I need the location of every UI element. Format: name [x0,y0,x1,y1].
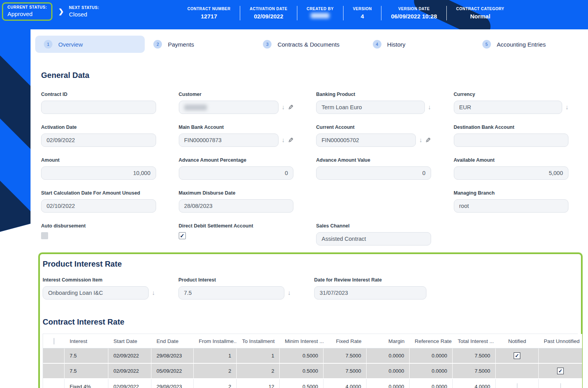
cell-reference-rate: 0.0000 [410,379,453,388]
currency-input[interactable]: EUR [454,101,563,114]
tab-overview[interactable]: 1 Overview [35,36,145,53]
cell-notified [496,348,539,364]
stat-contract-category: CONTRACT CATEGORY Normal [447,6,514,20]
advance-amount-value-input[interactable]: 0 [316,166,431,180]
table-row[interactable]: Fixed 4% 02/09/2022 29/08/2023 2 12 0.50… [43,379,582,388]
notified-checkbox[interactable] [517,383,518,388]
wizard-tabs: 1 Overview 2 Payments 3 Contracts & Docu… [31,29,588,53]
past-unnotified-checkbox[interactable] [557,368,564,374]
date-for-review-input[interactable]: 31/07/2023 [314,286,426,300]
column-header-to-installment: To Installment [237,334,280,348]
stat-label: VERSION DATE [391,7,437,11]
available-amount-input[interactable]: 5,000 [454,166,569,180]
advance-amount-percentage-input[interactable]: 0 [179,166,294,180]
field-start-calculation-date: Start Calculation Date For Amount Unused… [41,190,156,213]
field-direct-debit-settlement-account: Direct Debit Settlement Account [179,223,294,245]
tab-payments[interactable]: 2 Payments [145,36,254,53]
dropdown-arrow-icon[interactable]: ↓ [282,137,285,143]
current-status-label: CURRENT STATUS: [7,5,47,9]
dropdown-arrow-icon[interactable]: ↓ [565,104,568,110]
stat-value: 4 [353,13,372,20]
dropdown-arrow-icon[interactable]: ↓ [282,104,285,110]
past-unnotified-checkbox[interactable] [560,383,561,388]
row-select-cell[interactable] [43,364,65,379]
field-main-bank-account: Main Bank Account FIN000007873 ↓ ✎ [179,125,294,147]
customer-redacted-value [184,105,207,110]
edit-pencil-icon[interactable]: ✎ [288,104,293,111]
field-available-amount: Available Amount 5,000 [454,157,569,180]
cell-to-installment: 12 [237,379,280,388]
row-select-cell[interactable] [43,348,65,364]
direct-debit-settlement-checkbox[interactable] [179,232,186,239]
select-all-checkbox[interactable] [54,338,54,345]
cell-past-unnotified [539,364,582,379]
stat-label: VERSION [353,7,372,11]
main-bank-account-input[interactable]: FIN000007873 [179,134,279,147]
stat-label: CONTRACT CATEGORY [456,7,504,11]
customer-input[interactable] [179,101,279,114]
managing-branch-input[interactable]: root [454,199,569,213]
field-label: Currency [454,92,569,97]
field-advance-amount-value: Advance Amount Value 0 [316,157,431,180]
contract-header-stats: CONTRACT NUMBER 12717 ACTIVATION DATE 02… [178,2,514,20]
dropdown-arrow-icon[interactable]: ↓ [428,104,431,110]
field-label: Contract ID [41,92,156,97]
table-row[interactable]: 7.5 02/09/2022 29/08/2023 1 1 0.5000 7.5… [43,348,582,364]
notified-checkbox[interactable] [514,352,520,359]
table-row[interactable]: 7.5 02/09/2022 05/09/2022 2 2 0.5000 7.5… [43,364,582,379]
field-product-interest: Product Interest 7.5 ↓ [178,277,291,300]
field-label: Activation Date [41,125,156,130]
cell-start-date: 02/09/2022 [108,348,151,364]
field-managing-branch: Managing Branch root [454,190,569,213]
cell-reference-rate: 0.0000 [410,348,453,364]
cell-minim-interest: 0.5000 [280,364,324,379]
auto-disbursement-checkbox[interactable] [41,232,48,239]
sales-channel-input[interactable]: Assisted Contract [316,232,431,245]
stat-label: CONTRACT NUMBER [187,7,230,11]
tab-history[interactable]: 4 History [364,36,474,53]
tab-number-badge: 3 [263,40,272,49]
stat-activation-date: ACTIVATION DATE 02/09/2022 [240,6,297,20]
banking-product-input[interactable]: Term Loan Euro [316,101,425,114]
field-label: Managing Branch [454,190,569,196]
cell-interest: 7.5 [65,364,108,379]
column-header-margin: Margin [367,334,410,348]
current-account-input[interactable]: FIN000005702 [316,134,416,147]
row-select-cell[interactable] [43,379,65,388]
interest-commission-item-input[interactable]: Onboarding Loan I&C [43,286,149,300]
product-interest-rate-title: Product Interest Rate [43,260,578,269]
dropdown-arrow-icon[interactable]: ↓ [419,137,422,143]
cell-interest: Fixed 4% [65,379,108,388]
tab-contracts-documents[interactable]: 3 Contracts & Documents [254,36,364,53]
field-label: Product Interest [178,277,291,283]
field-label: Sales Channel [316,223,431,229]
field-contract-id: Contract ID [41,92,156,114]
next-status-box: NEXT STATUS: Closed [69,2,99,18]
tab-number-badge: 4 [373,40,381,49]
cell-fixed-rate: 7.5000 [324,364,367,379]
edit-pencil-icon[interactable]: ✎ [425,137,431,144]
cell-past-unnotified [539,379,582,388]
stat-contract-number: CONTRACT NUMBER 12717 [178,6,240,20]
cell-margin: 0.0000 [367,348,410,364]
column-header-reference-rate: Reference Rate [410,334,453,348]
cell-notified [496,364,539,379]
column-header-fixed-rate: Fixed Rate [324,334,367,348]
field-label: Direct Debit Settlement Account [179,223,294,229]
amount-input[interactable]: 10,000 [41,166,156,180]
decorative-stripe [0,43,31,155]
edit-pencil-icon[interactable]: ✎ [288,137,293,144]
activation-date-input[interactable]: 02/09/2022 [41,134,156,147]
maximum-disburse-date-input[interactable]: 28/08/2023 [179,199,294,213]
contract-id-input[interactable] [41,101,156,114]
column-header-past-unnotified: Past Unnotified [539,334,582,348]
start-calculation-date-input[interactable]: 02/10/2022 [41,199,156,213]
destination-bank-account-input[interactable] [454,134,569,147]
field-customer: Customer ↓ ✎ [179,92,294,114]
product-interest-input[interactable]: 7.5 [178,286,284,300]
dropdown-arrow-icon[interactable]: ↓ [288,290,291,296]
chevron-right-icon: ❯ [58,7,64,16]
dropdown-arrow-icon[interactable]: ↓ [152,290,155,296]
field-label: Auto disbursement [41,223,156,229]
tab-accounting-entries[interactable]: 5 Accounting Entries [474,36,583,53]
